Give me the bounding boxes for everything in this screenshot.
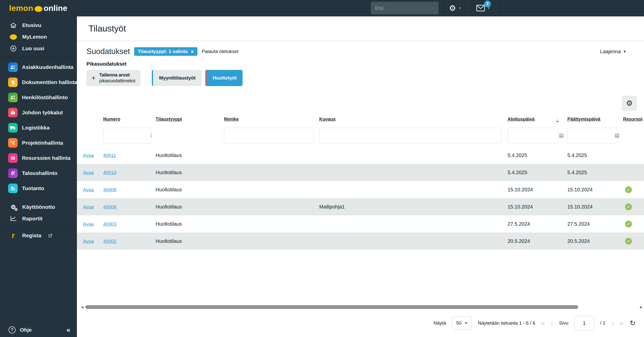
quick-filter-huoltotyot[interactable]: Huoltotyöt (205, 70, 243, 86)
scrollbar-thumb[interactable] (85, 305, 578, 309)
external-link-icon (48, 234, 52, 238)
chip-close-icon[interactable]: × (191, 49, 194, 54)
column-header-tilaustyyppi[interactable]: Tilaustyyppi (156, 117, 224, 122)
filter-input-nimike[interactable] (224, 128, 313, 143)
kuvaus-cell: Mallipohja1 (319, 204, 508, 210)
sidebar-divider (0, 57, 77, 57)
sidebar-item-johdon-tyokalut[interactable]: Johdon työkalut (0, 105, 77, 120)
open-row-link[interactable]: Avaa (83, 187, 94, 192)
reset-filters-link[interactable]: Palauta oletukset (202, 49, 239, 54)
order-number-link[interactable]: 40010 (103, 170, 116, 175)
next-page-button[interactable]: › (611, 320, 613, 327)
sidebar-item-label: Taloushallinto (22, 170, 57, 176)
column-header-paattymispaiva[interactable]: Päättymispäivä (567, 117, 623, 122)
filters-panel: Suodatukset Tilaustyyppi: 1 valinta × Pa… (77, 40, 644, 86)
open-row-link[interactable]: Avaa (83, 221, 94, 227)
column-header-kuvaus[interactable]: Kuvaus (319, 117, 508, 122)
calendar-icon[interactable] (559, 133, 564, 138)
horizontal-scrollbar[interactable]: ◀ ▶ (81, 305, 642, 309)
order-type-cell: Huoltotilaus (156, 221, 224, 227)
sidebar-item-etusivu[interactable]: Etusivu (0, 19, 77, 31)
first-page-button[interactable]: « (541, 320, 545, 327)
start-date-cell: 15.10.2024 (508, 204, 567, 210)
sidebar-item-label: Tuotanto (22, 185, 44, 191)
order-number-link[interactable]: 40003 (103, 221, 116, 227)
sidebar-modules: Asiakkuudenhallinta Dokumenttien hallint… (0, 60, 77, 196)
resourced-check-icon: ✓ (625, 203, 632, 210)
column-header-nimike[interactable]: Nimike (224, 117, 319, 122)
app-logo[interactable]: lemon online (0, 4, 77, 13)
calendar-icon[interactable] (614, 133, 620, 138)
sidebar-item-label: Regista (22, 232, 41, 239)
order-number-link[interactable]: 40008 (103, 187, 116, 192)
number-spinner[interactable]: ▲ ▼ (150, 133, 153, 138)
sidebar-item-raportit[interactable]: Raportit (0, 213, 77, 224)
page-title: Tilaustyöt (89, 23, 126, 34)
sidebar: Etusivu MyLemon Luo uusi Asiakkuudenhall… (0, 16, 77, 337)
filter-input-kuvaus[interactable] (319, 128, 501, 143)
sidebar-item-regista[interactable]: r Regista (0, 230, 77, 241)
current-page-input[interactable] (574, 316, 594, 330)
table-settings-button[interactable]: ⚙ (622, 96, 637, 111)
sidebar-item-label: Etusivu (22, 22, 41, 28)
spinner-down-icon: ▼ (150, 136, 153, 138)
scroll-right-icon[interactable]: ▶ (640, 305, 642, 309)
quick-filter-myyntitilaustyot[interactable]: Myyntitilaustyöt (152, 70, 202, 86)
column-header-aloituspaiva[interactable]: Aloituspäivä ↓ (508, 116, 567, 122)
sidebar-item-luo-uusi[interactable]: Luo uusi (0, 43, 77, 54)
sidebar-item-mylemon[interactable]: MyLemon (0, 31, 77, 43)
end-date-cell: 5.4.2025 (567, 170, 623, 175)
order-number-link[interactable]: 40002 (103, 239, 116, 244)
sidebar-item-asiakkuudenhallinta[interactable]: Asiakkuudenhallinta (0, 60, 77, 75)
global-search-input[interactable] (371, 2, 438, 14)
column-header-resursoi[interactable]: Resursoi (623, 117, 644, 122)
filter-input-aloituspaiva[interactable] (508, 128, 558, 143)
open-row-link[interactable]: Avaa (83, 239, 94, 244)
filters-title: Suodatukset (86, 47, 130, 56)
records-summary: Näytetään tietueita 1 - 6 / 6 (478, 320, 535, 326)
scrollbar-track[interactable] (85, 305, 639, 309)
last-page-button[interactable]: » (620, 320, 623, 327)
sidebar-item-label: Resurssien hallinta (22, 155, 71, 161)
collapse-sidebar-icon[interactable]: « (66, 326, 70, 334)
sort-desc-icon[interactable]: ↓ (556, 116, 568, 122)
previous-page-button[interactable]: ‹ (551, 320, 553, 327)
sidebar-item-dokumenttien-hallinta[interactable]: Dokumenttien hallinta (0, 75, 77, 90)
open-row-link[interactable]: Avaa (83, 153, 94, 158)
open-row-link[interactable]: Avaa (83, 170, 94, 175)
sidebar-item-taloushallinto[interactable]: Taloushallinto (0, 166, 77, 181)
column-header-numero[interactable]: Numero (103, 117, 156, 122)
filter-chip-label: Tilaustyyppi: 1 valinta (138, 49, 188, 54)
page-size-select[interactable]: 50 ▼ (452, 317, 472, 330)
order-type-cell: Huoltotilaus (156, 152, 224, 158)
order-number-link[interactable]: 40011 (103, 153, 116, 158)
refresh-icon[interactable]: ↻ (630, 319, 635, 327)
order-type-cell: Huoltotilaus (156, 170, 224, 175)
table-row: Avaa 40008 Huoltotilaus 15.10.2024 15.10… (77, 181, 644, 198)
settings-menu-button[interactable]: ⚙ ▼ (444, 0, 466, 16)
filter-input-numero[interactable] (103, 128, 151, 143)
filter-chip-tilaustyyppi[interactable]: Tilaustyyppi: 1 valinta × (134, 47, 197, 56)
sidebar-item-kayttoonotto[interactable]: ⚙⚙ Käyttöönotto (0, 201, 77, 213)
filter-input-paattymispaiva[interactable] (567, 128, 618, 143)
save-quick-filter-line2: pikasuodattimeksi (99, 78, 135, 84)
open-row-link[interactable]: Avaa (83, 204, 94, 210)
table-row: Avaa 40010 Huoltotilaus 5.4.2025 5.4.202… (77, 164, 644, 181)
regista-icon: r (9, 232, 18, 239)
start-date-cell: 5.4.2025 (508, 152, 567, 158)
sidebar-item-ohje[interactable]: ? Ohje « (0, 322, 77, 337)
sidebar-item-resurssien-hallinta[interactable]: Resurssien hallinta (0, 150, 77, 166)
sidebar-item-logistiikka[interactable]: Logistiikka (0, 120, 77, 135)
sidebar-item-projektinhallinta[interactable]: Projektinhallinta (0, 135, 77, 150)
sidebar-item-tuotanto[interactable]: Tuotanto (0, 181, 77, 196)
end-date-cell: 20.5.2024 (567, 238, 623, 244)
order-type-cell: Huoltotilaus (156, 204, 224, 210)
sidebar-item-henkilostohallinto[interactable]: Henkilöstöhallinto (0, 90, 77, 105)
save-quick-filter-button[interactable]: + Tallenna arvot pikasuodattimeksi (86, 70, 140, 86)
scroll-left-icon[interactable]: ◀ (81, 305, 83, 309)
mail-menu-button[interactable]: 2 ▼ (472, 0, 495, 16)
order-number-link[interactable]: 40006 (103, 204, 116, 210)
table-row: Avaa 40002 Huoltotilaus 20.5.2024 20.5.2… (77, 232, 644, 250)
expand-filters-button[interactable]: Laajenna ▼ (600, 49, 632, 55)
lemon-dot-icon (35, 6, 42, 12)
